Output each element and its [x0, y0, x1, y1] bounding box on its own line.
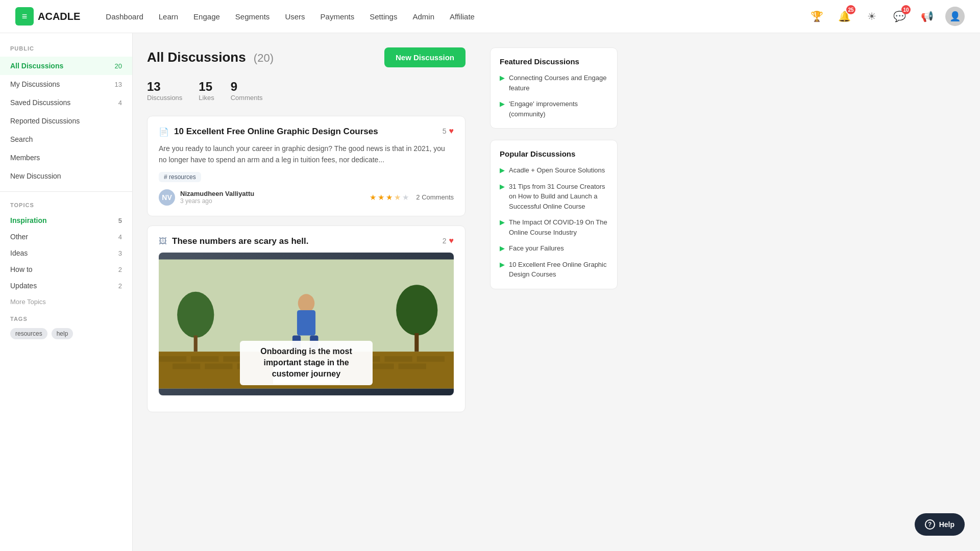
- main-nav: Dashboard Learn Engage Segments Users Pa…: [106, 12, 787, 21]
- stat-comments-num: 9: [231, 80, 263, 94]
- star-4: ★: [394, 193, 401, 202]
- nav-users[interactable]: Users: [285, 12, 305, 21]
- sidebar-item-new-discussion[interactable]: New Discussion: [0, 167, 132, 185]
- sidebar-members-label: Members: [10, 154, 40, 162]
- tag-resources[interactable]: resources: [10, 328, 47, 339]
- new-discussion-button[interactable]: New Discussion: [384, 47, 465, 67]
- popular-item-3[interactable]: ▶ The Impact Of COVID-19 On The Online C…: [500, 217, 608, 237]
- popular-item-1[interactable]: ▶ Acadle + Open Source Solutions: [500, 165, 608, 176]
- popular-item-5[interactable]: ▶ 10 Excellent Free Online Graphic Desig…: [500, 260, 608, 280]
- svg-rect-20: [194, 335, 198, 352]
- help-label: Help: [939, 520, 954, 529]
- public-label: PUBLIC: [0, 45, 132, 57]
- discussion-card-1-header: 📄 10 Excellent Free Online Graphic Desig…: [159, 127, 454, 137]
- sidebar-reported-label: Reported Discussions: [10, 117, 80, 125]
- page-header: All Discussions (20) New Discussion: [147, 47, 465, 67]
- popular-text-4: Face your Failures: [509, 243, 564, 254]
- nav-engage[interactable]: Engage: [193, 12, 220, 21]
- avatar[interactable]: 👤: [945, 7, 965, 26]
- svg-rect-2: [159, 356, 186, 362]
- megaphone-icon[interactable]: 📢: [918, 7, 936, 26]
- discussion-2-title[interactable]: These numbers are scary as hell.: [172, 236, 308, 246]
- popular-title: Popular Discussions: [500, 149, 608, 158]
- star-3: ★: [386, 193, 393, 202]
- help-button[interactable]: ? Help: [915, 513, 965, 536]
- sidebar-search-label: Search: [10, 135, 33, 143]
- tag-pills: resources help: [0, 326, 132, 341]
- nav-settings[interactable]: Settings: [370, 12, 397, 21]
- discussion-1-title-row: 📄 10 Excellent Free Online Graphic Desig…: [159, 127, 378, 137]
- discussion-1-excerpt: Are you ready to launch your career in g…: [159, 143, 454, 166]
- topic-howto-count: 2: [118, 266, 122, 273]
- topic-inspiration-label: Inspiration: [10, 216, 47, 224]
- nav-admin[interactable]: Admin: [412, 12, 434, 21]
- notifications-icon[interactable]: 🔔 25: [835, 7, 853, 26]
- topic-howto[interactable]: How to 2: [0, 261, 132, 278]
- svg-point-19: [177, 292, 214, 338]
- popular-arrow-3: ▶: [500, 218, 505, 226]
- popular-item-2[interactable]: ▶ 31 Tips from 31 Course Creators on How…: [500, 182, 608, 212]
- star-1: ★: [370, 193, 376, 202]
- discussion-2-image: Onboarding is the most important stage i…: [159, 253, 454, 395]
- logo[interactable]: ≡ ACADLE: [15, 7, 80, 26]
- nav-learn[interactable]: Learn: [159, 12, 178, 21]
- discussion-1-author: NV Nizamudheen Valliyattu 3 years ago: [159, 189, 254, 206]
- sidebar-item-saved-discussions[interactable]: Saved Discussions 4: [0, 93, 132, 112]
- featured-text-2: 'Engage' improvements (community): [509, 99, 608, 119]
- topic-updates[interactable]: Updates 2: [0, 278, 132, 294]
- nav-segments[interactable]: Segments: [235, 12, 270, 21]
- sidebar-my-discussions-count: 13: [115, 81, 122, 88]
- stat-comments: 9 Comments: [231, 80, 263, 102]
- sidebar-new-discussion-label: New Discussion: [10, 172, 61, 180]
- sidebar-item-members[interactable]: Members: [0, 148, 132, 167]
- discussion-1-tag[interactable]: # resources: [159, 172, 201, 182]
- brightness-icon[interactable]: ☀: [863, 7, 881, 26]
- stat-comments-label: Comments: [231, 94, 263, 102]
- discussion-1-title[interactable]: 10 Excellent Free Online Graphic Design …: [174, 127, 378, 137]
- topic-other-label: Other: [10, 233, 28, 241]
- sidebar-item-my-discussions[interactable]: My Discussions 13: [0, 75, 132, 93]
- nav-payments[interactable]: Payments: [321, 12, 355, 21]
- topic-other[interactable]: Other 4: [0, 229, 132, 245]
- discussion-1-comments[interactable]: 2 Comments: [416, 193, 454, 201]
- nav-affiliate[interactable]: Affiliate: [450, 12, 475, 21]
- topic-other-count: 4: [118, 233, 122, 241]
- help-circle-icon: ?: [925, 519, 935, 530]
- stat-likes: 15 Likes: [199, 80, 214, 102]
- popular-text-5: 10 Excellent Free Online Graphic Design …: [509, 260, 608, 280]
- sidebar-divider: [0, 191, 132, 192]
- sidebar-item-reported-discussions[interactable]: Reported Discussions: [0, 112, 132, 130]
- star-5: ★: [402, 193, 409, 202]
- tag-help[interactable]: help: [52, 328, 74, 339]
- popular-arrow-4: ▶: [500, 244, 505, 252]
- trophy-icon[interactable]: 🏆: [807, 7, 826, 26]
- discussion-card-2: 🖼 These numbers are scary as hell. 2 ♥: [147, 226, 465, 412]
- notification-badge: 25: [846, 5, 855, 14]
- nav-dashboard[interactable]: Dashboard: [106, 12, 143, 21]
- discussion-1-footer: NV Nizamudheen Valliyattu 3 years ago ★ …: [159, 189, 454, 206]
- topic-inspiration[interactable]: Inspiration 5: [0, 212, 132, 229]
- popular-item-4[interactable]: ▶ Face your Failures: [500, 243, 608, 254]
- stat-discussions-label: Discussions: [147, 94, 182, 102]
- main-content: All Discussions (20) New Discussion 13 D…: [133, 33, 480, 551]
- messages-icon[interactable]: 💬 10: [890, 7, 909, 26]
- sidebar-all-discussions-count: 20: [115, 62, 122, 70]
- more-topics-link[interactable]: More Topics: [0, 294, 132, 310]
- featured-item-1[interactable]: ▶ Connecting Courses and Engage feature: [500, 73, 608, 93]
- stat-likes-label: Likes: [199, 94, 214, 102]
- svg-rect-10: [417, 356, 445, 362]
- popular-text-3: The Impact Of COVID-19 On The Online Cou…: [509, 217, 608, 237]
- topic-ideas-count: 3: [118, 249, 122, 257]
- sidebar-item-all-discussions[interactable]: All Discussions 20: [0, 57, 132, 75]
- sidebar-item-search[interactable]: Search: [0, 130, 132, 148]
- sidebar-my-discussions-label: My Discussions: [10, 80, 60, 88]
- svg-rect-12: [205, 363, 232, 369]
- discussion-1-like-count: 5: [443, 127, 447, 135]
- popular-text-1: Acadle + Open Source Solutions: [509, 165, 605, 176]
- sidebar: PUBLIC All Discussions 20 My Discussions…: [0, 33, 133, 551]
- discussion-2-like-btn[interactable]: 2 ♥: [443, 236, 454, 245]
- featured-item-2[interactable]: ▶ 'Engage' improvements (community): [500, 99, 608, 119]
- topic-ideas[interactable]: Ideas 3: [0, 245, 132, 261]
- discussion-1-like-btn[interactable]: 5 ♥: [443, 127, 454, 136]
- tags-label: TAGS: [0, 310, 132, 326]
